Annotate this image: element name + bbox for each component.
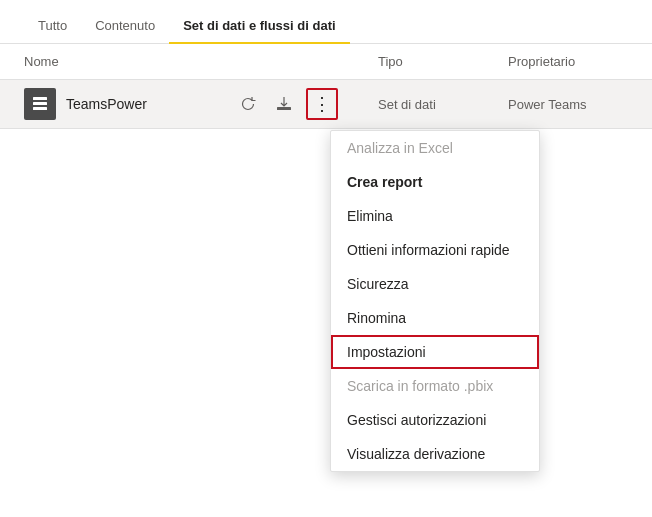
download-button[interactable] (270, 90, 298, 118)
refresh-button[interactable] (234, 90, 262, 118)
column-type-header: Tipo (378, 54, 508, 69)
table-header: Nome Tipo Proprietario (0, 44, 652, 80)
row-owner: Power Teams (508, 97, 628, 112)
row-type: Set di dati (378, 97, 508, 112)
svg-rect-3 (277, 107, 291, 110)
menu-item-sicurezza[interactable]: Sicurezza (331, 267, 539, 301)
column-owner-header: Proprietario (508, 54, 628, 69)
tab-contenuto[interactable]: Contenuto (81, 8, 169, 43)
menu-item-rinomina[interactable]: Rinomina (331, 301, 539, 335)
tab-tutto[interactable]: Tutto (24, 8, 81, 43)
menu-item-gestisci[interactable]: Gestisci autorizzazioni (331, 403, 539, 437)
svg-rect-1 (33, 102, 47, 105)
context-menu: Analizza in Excel Crea report Elimina Ot… (330, 130, 540, 472)
row-name: TeamsPower (66, 96, 234, 112)
menu-item-crea-report[interactable]: Crea report (331, 165, 539, 199)
menu-item-ottieni-info[interactable]: Ottieni informazioni rapide (331, 233, 539, 267)
menu-item-impostazioni[interactable]: Impostazioni (331, 335, 539, 369)
menu-item-elimina[interactable]: Elimina (331, 199, 539, 233)
more-options-button[interactable]: ⋮ (306, 88, 338, 120)
svg-rect-2 (33, 107, 47, 110)
menu-item-analizza-excel[interactable]: Analizza in Excel (331, 131, 539, 165)
table-row: TeamsPower ⋮ Set di dati Power Teams Ana… (0, 80, 652, 129)
column-name-header: Nome (24, 54, 324, 69)
tab-set-di-dati[interactable]: Set di dati e flussi di dati (169, 8, 349, 43)
more-dots: ⋮ (313, 95, 332, 113)
menu-item-scarica[interactable]: Scarica in formato .pbix (331, 369, 539, 403)
dataset-icon (24, 88, 56, 120)
tabs-bar: Tutto Contenuto Set di dati e flussi di … (0, 0, 652, 44)
menu-item-visualizza[interactable]: Visualizza derivazione (331, 437, 539, 471)
row-actions (234, 90, 298, 118)
svg-rect-0 (33, 97, 47, 100)
